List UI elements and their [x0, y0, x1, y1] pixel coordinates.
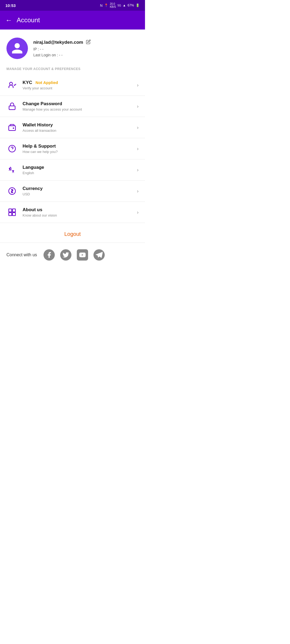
menu-item-language[interactable]: A 文 Language English › — [0, 159, 145, 181]
back-button[interactable]: ← — [5, 16, 12, 24]
language-title: Language — [23, 165, 132, 170]
language-icon-wrap: A 文 — [6, 164, 18, 175]
profile-email: niraj.lad@tekyden.com — [33, 40, 83, 45]
menu-item-kyc[interactable]: KYC Not Applied Verify your account › — [0, 75, 145, 96]
password-icon-wrap — [6, 101, 18, 112]
help-icon-wrap — [6, 143, 18, 154]
wallet-title: Wallet History — [23, 122, 132, 128]
svg-rect-10 — [12, 209, 15, 212]
menu-list: KYC Not Applied Verify your account › Ch… — [0, 75, 145, 223]
menu-item-change-password[interactable]: Change Password Manage how you access yo… — [0, 96, 145, 117]
about-icon — [8, 208, 16, 216]
currency-text: Currency USD — [23, 186, 132, 196]
password-chevron: › — [137, 104, 139, 109]
currency-chevron: › — [137, 188, 139, 194]
profile-email-row: niraj.lad@tekyden.com — [33, 39, 91, 45]
avatar-icon — [11, 42, 24, 55]
menu-item-about-us[interactable]: About us Know about our vision › — [0, 202, 145, 223]
wallet-icon-wrap — [6, 122, 18, 133]
profile-info: niraj.lad@tekyden.com IP : - - Last Logi… — [33, 39, 91, 57]
svg-rect-12 — [12, 213, 15, 215]
data-speed: 20.0KB/S — [110, 2, 116, 8]
menu-item-currency[interactable]: Currency USD › — [0, 181, 145, 202]
wallet-icon — [8, 123, 16, 131]
about-chevron: › — [137, 210, 139, 215]
facebook-icon[interactable] — [44, 249, 55, 261]
logout-section: Logout — [0, 223, 145, 243]
language-icon: A 文 — [8, 166, 16, 174]
svg-rect-11 — [9, 213, 12, 215]
battery-level: 67% — [128, 3, 134, 7]
kyc-icon-wrap — [6, 79, 18, 91]
currency-title: Currency — [23, 186, 132, 191]
profile-section: niraj.lad@tekyden.com IP : - - Last Logi… — [0, 30, 145, 64]
about-icon-wrap — [6, 207, 18, 218]
help-title: Help & Support — [23, 144, 132, 149]
menu-item-help-support[interactable]: Help & Support How can we help you? › — [0, 138, 145, 159]
kyc-title: KYC Not Applied — [23, 80, 132, 85]
kyc-chevron: › — [137, 82, 139, 88]
wallet-subtitle: Access all transaction — [23, 129, 132, 133]
password-title: Change Password — [23, 101, 132, 107]
kyc-badge: Not Applied — [35, 80, 58, 85]
location-icon: 📍 — [104, 3, 108, 7]
menu-item-wallet-history[interactable]: Wallet History Access all transaction › — [0, 117, 145, 138]
status-icons: N 📍 20.0KB/S 5G ▲ 67% 🔋 — [100, 2, 140, 8]
password-text: Change Password Manage how you access yo… — [23, 101, 132, 111]
section-label: MANAGE YOUR ACCOUNT & PREFERENCES — [0, 64, 145, 75]
status-time: 10:53 — [5, 3, 16, 8]
telegram-icon[interactable] — [93, 249, 105, 261]
about-text: About us Know about our vision — [23, 207, 132, 217]
edit-email-icon[interactable] — [86, 39, 91, 45]
wallet-chevron: › — [137, 125, 139, 130]
help-chevron: › — [137, 146, 139, 152]
social-icons — [44, 249, 105, 261]
currency-subtitle: USD — [23, 192, 132, 196]
svg-rect-2 — [9, 126, 16, 131]
about-subtitle: Know about our vision — [23, 213, 132, 217]
profile-lastlogin: Last Login on : - - — [33, 53, 91, 57]
help-text: Help & Support How can we help you? — [23, 144, 132, 154]
avatar — [6, 38, 28, 59]
password-icon — [8, 102, 16, 110]
battery-icon: 🔋 — [136, 3, 140, 7]
kyc-icon — [8, 81, 16, 89]
svg-rect-1 — [9, 106, 15, 110]
kyc-subtitle: Verify your account — [23, 86, 132, 90]
language-chevron: › — [137, 167, 139, 173]
svg-point-0 — [10, 82, 13, 85]
profile-ip: IP : - - — [33, 47, 91, 51]
password-subtitle: Manage how you access your account — [23, 107, 132, 111]
5g-icon: 5G — [118, 4, 121, 7]
youtube-icon[interactable] — [77, 249, 88, 261]
logout-button[interactable]: Logout — [64, 231, 81, 237]
connect-label: Connect with us — [6, 253, 37, 257]
currency-icon — [8, 187, 16, 195]
currency-icon-wrap — [6, 185, 18, 197]
app-header: ← Account — [0, 11, 145, 30]
nfc-icon: N — [100, 3, 103, 8]
signal-icon: ▲ — [123, 3, 126, 7]
language-text: Language English — [23, 165, 132, 175]
twitter-icon[interactable] — [60, 249, 71, 261]
connect-section: Connect with us — [0, 243, 145, 267]
status-bar: 10:53 N 📍 20.0KB/S 5G ▲ 67% 🔋 — [0, 0, 145, 11]
wallet-text: Wallet History Access all transaction — [23, 122, 132, 133]
svg-point-3 — [13, 128, 14, 129]
about-title: About us — [23, 207, 132, 213]
page-title: Account — [17, 16, 40, 24]
language-subtitle: English — [23, 171, 132, 175]
svg-rect-9 — [9, 209, 12, 212]
help-subtitle: How can we help you? — [23, 150, 132, 154]
help-icon — [8, 145, 16, 153]
kyc-text: KYC Not Applied Verify your account — [23, 80, 132, 90]
